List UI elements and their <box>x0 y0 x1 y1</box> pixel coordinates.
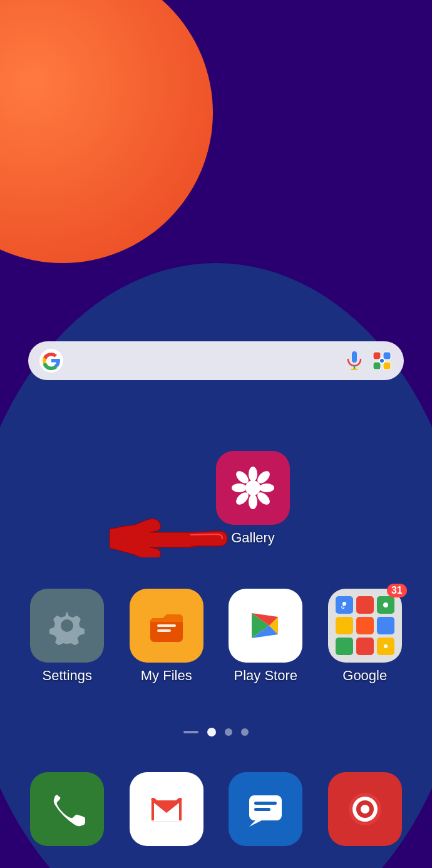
google-label: Google <box>342 668 387 684</box>
svg-rect-7 <box>383 362 391 369</box>
indicator-lines <box>183 731 198 733</box>
settings-app-item[interactable]: Settings <box>26 589 108 684</box>
phone-dock-icon[interactable] <box>30 772 104 846</box>
playstore-icon[interactable] <box>229 589 302 663</box>
svg-text:G: G <box>341 605 345 609</box>
indicator-2[interactable] <box>225 728 232 736</box>
google-app-item[interactable]: 31 G <box>324 589 406 684</box>
google-search-bar[interactable] <box>28 341 404 380</box>
google-lens-icon[interactable] <box>371 350 393 371</box>
svg-rect-23 <box>157 629 171 632</box>
dock-row <box>0 772 432 846</box>
svg-rect-4 <box>373 352 381 359</box>
google-folder-icon[interactable]: 31 G <box>328 589 402 663</box>
home-screen: Gallery Setti <box>0 0 432 868</box>
svg-point-12 <box>232 483 247 492</box>
pointer-hand-annotation <box>103 501 229 557</box>
myfiles-label: My Files <box>141 668 192 684</box>
screen-recorder-dock-icon[interactable] <box>328 772 402 846</box>
settings-label: Settings <box>43 668 93 684</box>
messages-dock-icon[interactable] <box>229 772 302 846</box>
svg-rect-28 <box>254 802 277 805</box>
svg-rect-5 <box>383 352 391 359</box>
myfiles-app-item[interactable]: My Files <box>126 589 207 684</box>
page-indicators <box>0 728 432 736</box>
svg-marker-27 <box>249 820 262 827</box>
svg-rect-1 <box>352 351 357 363</box>
svg-rect-6 <box>373 362 381 369</box>
svg-point-13 <box>259 483 274 492</box>
svg-point-18 <box>245 480 260 495</box>
app-row: Settings My Files <box>0 589 432 684</box>
indicator-3[interactable] <box>241 728 249 736</box>
svg-point-10 <box>249 467 257 482</box>
indicator-1-active[interactable] <box>207 728 216 736</box>
svg-point-9 <box>380 359 384 363</box>
google-g-logo <box>39 349 63 373</box>
svg-rect-29 <box>254 808 270 811</box>
google-badge: 31 <box>387 584 407 597</box>
svg-point-20 <box>61 619 73 632</box>
myfiles-icon[interactable] <box>130 589 203 663</box>
gallery-label: Gallery <box>231 530 275 546</box>
svg-rect-22 <box>157 624 176 627</box>
gmail-dock-icon[interactable] <box>130 772 203 846</box>
svg-point-33 <box>361 805 369 814</box>
svg-point-11 <box>249 494 257 509</box>
settings-icon[interactable] <box>30 589 104 663</box>
voice-search-icon[interactable] <box>345 351 364 370</box>
playstore-app-item[interactable]: Play Store <box>225 589 306 684</box>
playstore-label: Play Store <box>234 668 298 684</box>
